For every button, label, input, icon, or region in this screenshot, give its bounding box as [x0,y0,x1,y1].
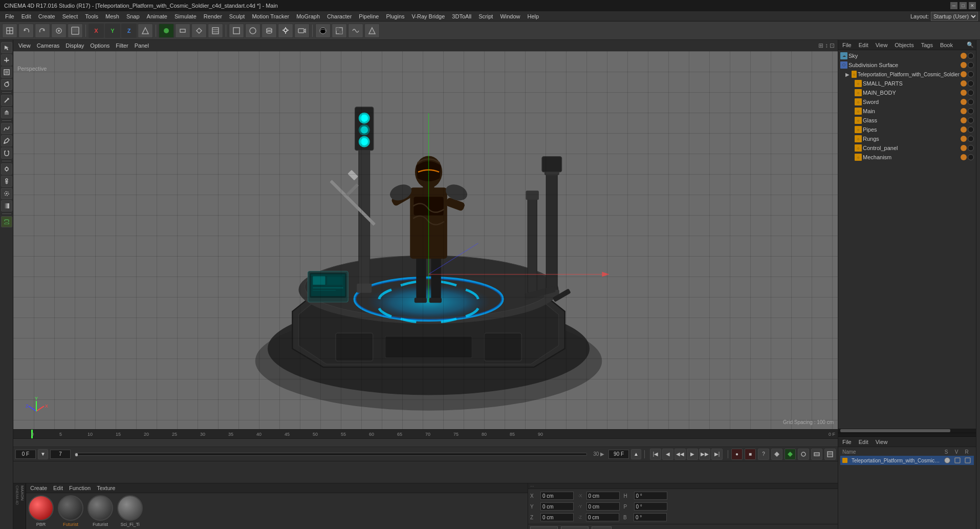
menu-mograph[interactable]: MoGraph [293,12,323,20]
rph-file[interactable]: File [840,42,854,48]
sculpt-brush-tool[interactable] [1,188,12,199]
mat-menu-texture[interactable]: Texture [95,485,117,491]
prop-x2-input[interactable] [586,492,620,500]
timeline-button[interactable] [208,24,223,38]
viewport-menu-cameras[interactable]: Cameras [35,43,62,49]
select-tool[interactable] [1,42,12,53]
redo-button[interactable] [35,24,50,38]
material-item-pbr[interactable]: PBR [28,495,54,527]
next-frame-button[interactable]: ▶▶ [699,449,710,460]
render-button[interactable] [51,24,67,38]
end-frame-btn[interactable]: ▲ [631,449,641,459]
viewport-maximize-icon[interactable]: ⊞ [818,42,823,49]
rpb-item-teleportation[interactable]: Teleportation_Platform_with_Cosmic_Soldi… [840,456,974,465]
go-to-end-button[interactable]: ▶| [711,449,723,460]
menu-file[interactable]: File [2,12,17,20]
close-button[interactable]: ✕ [969,2,976,9]
move-tool[interactable] [1,54,12,66]
menu-help[interactable]: Help [525,12,542,20]
menu-render[interactable]: Render [201,12,225,20]
scene-item-rungs[interactable]: ○ Rungs [838,134,976,143]
cube-button[interactable] [229,24,244,38]
rotate-tool[interactable] [1,79,12,90]
joint-tool[interactable] [1,163,12,175]
menu-select[interactable]: Select [59,12,81,20]
paint-tool[interactable] [1,135,12,146]
prop-b-input[interactable] [634,513,667,521]
menu-simulate[interactable]: Simulate [171,12,200,20]
scene-item-main[interactable]: ○ Main [838,107,976,116]
mat-menu-function[interactable]: Function [67,485,93,491]
rph-book[interactable]: Book [938,42,955,48]
mat-menu-create[interactable]: Create [28,485,49,491]
prop-z-input[interactable] [540,513,574,521]
minimize-button[interactable]: ─ [950,2,957,9]
menu-window[interactable]: Window [497,12,523,20]
gradient-tool[interactable] [1,200,12,211]
knife-tool[interactable] [1,95,12,106]
loop-button[interactable] [811,449,822,460]
python-tool[interactable] [1,216,12,227]
apply-button[interactable]: Apply [592,526,612,529]
menu-edit[interactable]: Edit [18,12,34,20]
motion-record-button[interactable] [798,449,809,460]
prop-y2-input[interactable] [586,502,620,511]
viewport[interactable]: View Cameras Display Options Filter Pane… [13,40,838,429]
rph-search-icon[interactable]: 🔍 [967,41,974,48]
scene-item-sky[interactable]: ☁ Sky [838,51,976,60]
play-forward-button[interactable]: ▶ [687,449,698,460]
menu-vray[interactable]: V-Ray Bridge [409,12,448,20]
timeline-scrubber[interactable] [75,453,587,456]
menu-create[interactable]: Create [35,12,58,20]
rph-tags[interactable]: Tags [919,42,935,48]
scene-item-subdiv[interactable]: ⬡ Subdivision Surface [838,60,976,70]
menu-tools[interactable]: Tools [82,12,101,20]
rph-objects[interactable]: Objects [892,42,916,48]
end-frame-input[interactable] [608,450,629,459]
spline-tool[interactable] [1,123,12,134]
menu-pipeline[interactable]: Pipeline [356,12,382,20]
frame-step-btn[interactable]: ▼ [38,449,48,459]
light-button[interactable] [278,24,293,38]
scene-item-teleportation[interactable]: ▶ ○ Teleportation_Platform_with_Cosmic_S… [838,70,976,79]
prop-z2-input[interactable] [586,513,619,521]
scene-item-pipes[interactable]: ○ Pipes [838,125,976,134]
prev-frame-button[interactable]: ◀ [662,449,673,460]
animation-layers-button[interactable] [824,449,836,460]
viewport-menu-panel[interactable]: Panel [133,43,151,49]
record-active-button[interactable]: ● [731,449,743,460]
scale-tool[interactable] [1,67,12,78]
menu-mesh[interactable]: Mesh [102,12,122,20]
maximize-button[interactable]: □ [960,2,967,9]
world-space-button[interactable] [138,24,153,38]
objects-panel-hscroll[interactable] [838,429,976,433]
layout-dropdown[interactable]: Startup (User) [931,12,978,21]
record-button[interactable] [159,24,174,38]
prop-y-input[interactable] [540,502,574,511]
y-axis-button[interactable]: Y [105,24,120,38]
prop-p-input[interactable] [634,502,667,511]
viewport-settings-icon[interactable]: ↕ [825,42,828,49]
viewport-menu-display[interactable]: Display [63,43,86,49]
prop-x-input[interactable] [540,492,574,500]
auto-keyframe-button[interactable] [191,24,207,38]
rph-edit[interactable]: Edit [857,42,870,48]
texture-button[interactable] [332,24,347,38]
rpb-edit[interactable]: Edit [857,439,870,445]
menu-animate[interactable]: Animate [144,12,170,20]
effector-button[interactable] [364,24,380,38]
menu-plugins[interactable]: Plugins [383,12,407,20]
viewport-3d[interactable]: Perspective Grid Spacing : 100 cm X Z Y [13,51,838,429]
mat-menu-edit[interactable]: Edit [51,485,65,491]
auto-key-button[interactable] [785,449,796,460]
menu-motion-tracker[interactable]: Motion Tracker [249,12,292,20]
menu-3dtoall[interactable]: 3DToAll [449,12,474,20]
scene-item-small-parts[interactable]: ○ SMALL_PARTS [838,79,976,88]
play-backward-button[interactable]: ◀◀ [674,449,686,460]
viewport-lock-icon[interactable]: ⊡ [830,42,835,49]
timeline-track[interactable] [13,439,838,447]
menu-script[interactable]: Script [475,12,496,20]
scene-item-main-body[interactable]: ○ MAIN_BODY [838,88,976,97]
keyframe-mode-button[interactable] [771,449,782,460]
material-item-futurist1[interactable]: Futurist [58,495,83,527]
